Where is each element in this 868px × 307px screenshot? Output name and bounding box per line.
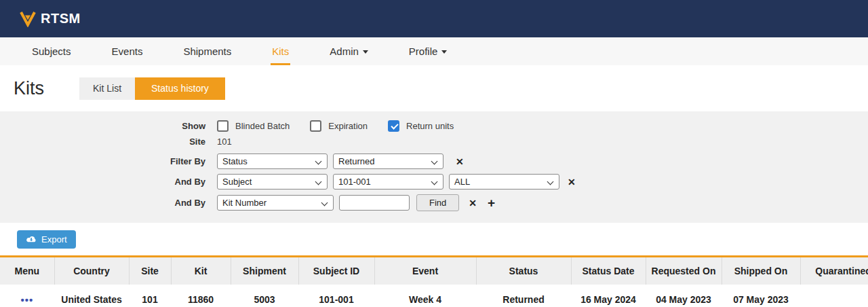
- and-by-label: And By: [0, 198, 217, 208]
- app-logo[interactable]: RTSM: [19, 11, 81, 27]
- table-row: ••• United States 101 11860 5003 101-001…: [0, 285, 868, 307]
- filter-field-select[interactable]: Subject: [217, 174, 328, 189]
- tab-status-history[interactable]: Status history: [135, 77, 225, 100]
- tab-kit-list[interactable]: Kit List: [79, 77, 135, 100]
- filter-subvalue-select[interactable]: ALL: [449, 174, 559, 189]
- row-menu-button[interactable]: •••: [21, 294, 34, 306]
- cell-shipped-on: 07 May 2023: [722, 285, 800, 307]
- col-menu: Menu: [0, 257, 54, 285]
- col-status: Status: [476, 257, 571, 285]
- cell-requested-on: 04 May 2023: [646, 285, 722, 307]
- logo-text: RTSM: [41, 11, 81, 26]
- select-value: Subject: [222, 177, 252, 187]
- col-site: Site: [129, 257, 171, 285]
- filter-value-select[interactable]: Returned: [333, 154, 443, 169]
- checkbox-checked-icon: [388, 120, 399, 132]
- select-value: Kit Number: [222, 198, 267, 208]
- col-status-date: Status Date: [571, 257, 646, 285]
- filter-panel: Show Blinded Batch Expiration Return uni…: [0, 111, 868, 223]
- nav-label: Events: [112, 46, 143, 57]
- and-by-label: And By: [0, 177, 217, 187]
- nav-label: Profile: [409, 46, 438, 57]
- cell-quarantined-on: [800, 285, 868, 307]
- site-label: Site: [0, 137, 217, 147]
- add-filter-icon[interactable]: +: [488, 196, 495, 209]
- col-requested-on: Requested On: [646, 257, 722, 285]
- col-event: Event: [374, 257, 476, 285]
- chevron-down-icon: [363, 50, 368, 54]
- cell-status-date: 16 May 2024: [571, 285, 646, 307]
- show-label: Show: [0, 121, 217, 131]
- remove-filter-icon[interactable]: ✕: [456, 156, 464, 167]
- checkbox-return-units[interactable]: Return units: [388, 120, 454, 132]
- nav-label: Shipments: [183, 46, 231, 57]
- select-value: Status: [222, 156, 248, 166]
- filter-field-select[interactable]: Kit Number: [217, 195, 334, 211]
- checkbox-icon: [310, 120, 321, 132]
- results-table: Menu Country Site Kit Shipment Subject I…: [0, 257, 868, 307]
- col-subject-id: Subject ID: [298, 257, 374, 285]
- nav-item-subjects[interactable]: Subjects: [31, 37, 73, 65]
- page-title: Kits: [14, 78, 44, 99]
- cell-subject-id: 101-001: [298, 285, 374, 307]
- nav-item-admin[interactable]: Admin: [328, 37, 370, 65]
- checkbox-label: Blinded Batch: [235, 121, 290, 131]
- cell-site: 101: [129, 285, 171, 307]
- table-header-row: Menu Country Site Kit Shipment Subject I…: [0, 257, 868, 285]
- kit-number-input[interactable]: [339, 195, 410, 211]
- filter-value-select[interactable]: 101-001: [333, 174, 443, 189]
- checkbox-icon: [217, 120, 229, 132]
- filter-row-1: Filter By Status Returned ✕: [0, 154, 868, 169]
- app-header: RTSM: [0, 0, 868, 37]
- filter-row-site: Site 101: [0, 137, 868, 147]
- site-value: 101: [217, 137, 232, 147]
- nav-label: Kits: [272, 46, 289, 57]
- results-table-wrap: Menu Country Site Kit Shipment Subject I…: [0, 255, 868, 307]
- export-row: Export: [0, 223, 868, 255]
- cell-country: United States: [54, 285, 129, 307]
- cell-kit: 11860: [171, 285, 231, 307]
- nav-label: Subjects: [32, 46, 71, 57]
- export-label: Export: [41, 234, 67, 245]
- chevron-down-icon: [441, 50, 447, 54]
- nav-item-events[interactable]: Events: [111, 37, 144, 65]
- title-row: Kits Kit List Status history: [0, 65, 868, 101]
- view-tabs: Kit List Status history: [79, 77, 225, 100]
- cloud-download-icon: [26, 235, 37, 244]
- remove-filter-icon[interactable]: ✕: [568, 177, 576, 187]
- checkbox-label: Return units: [406, 121, 454, 131]
- col-quarantined-on: Quarantined On: [800, 257, 868, 285]
- col-country: Country: [54, 257, 129, 285]
- filter-row-3: And By Kit Number Find ✕ +: [0, 194, 868, 211]
- nav-item-shipments[interactable]: Shipments: [182, 37, 233, 65]
- select-value: ALL: [454, 177, 470, 187]
- checkbox-label: Expiration: [328, 121, 368, 131]
- col-shipped-on: Shipped On: [722, 257, 800, 285]
- nav-label: Admin: [330, 46, 359, 57]
- select-value: Returned: [338, 156, 374, 166]
- logo-v-icon: [19, 11, 37, 27]
- cell-event: Week 4: [374, 285, 476, 307]
- col-shipment: Shipment: [231, 257, 298, 285]
- cell-status: Returned: [476, 285, 571, 307]
- nav-item-kits[interactable]: Kits: [271, 37, 290, 65]
- remove-filter-icon[interactable]: ✕: [469, 198, 477, 209]
- cell-shipment: 5003: [231, 285, 298, 307]
- checkbox-expiration[interactable]: Expiration: [310, 120, 368, 132]
- checkbox-blinded-batch[interactable]: Blinded Batch: [217, 120, 290, 132]
- col-kit: Kit: [171, 257, 231, 285]
- filter-row-2: And By Subject 101-001 ALL ✕: [0, 174, 868, 189]
- find-button[interactable]: Find: [416, 194, 459, 211]
- main-nav: Subjects Events Shipments Kits Admin Pro…: [0, 37, 868, 65]
- export-button[interactable]: Export: [17, 230, 76, 249]
- nav-item-profile[interactable]: Profile: [408, 37, 449, 65]
- filter-by-label: Filter By: [0, 156, 217, 166]
- select-value: 101-001: [338, 177, 371, 187]
- filter-field-select[interactable]: Status: [217, 154, 328, 169]
- filter-row-show: Show Blinded Batch Expiration Return uni…: [0, 120, 868, 132]
